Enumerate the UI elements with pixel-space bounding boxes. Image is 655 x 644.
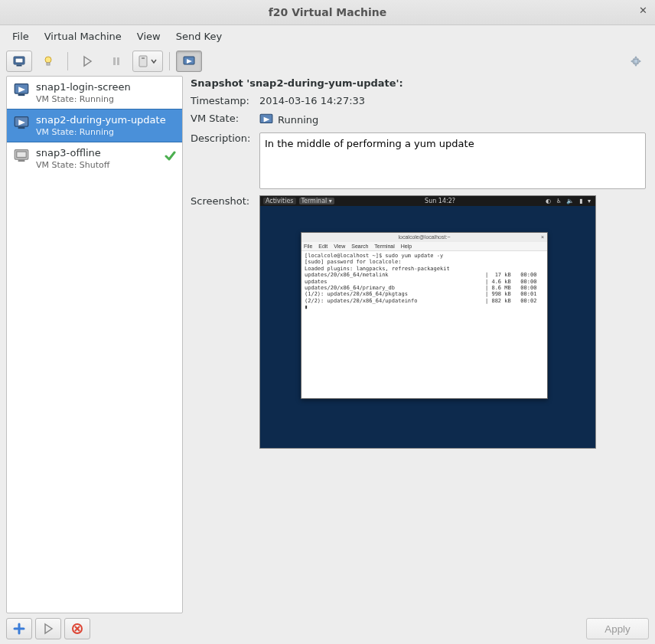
- svg-rect-12: [18, 94, 24, 95]
- snapshot-list[interactable]: snap1-login-screen VM State: Running sna…: [6, 76, 183, 613]
- play-icon: [81, 55, 93, 67]
- shutdown-dropdown[interactable]: [132, 51, 163, 72]
- guest-clock: Sun 14:2?: [334, 198, 546, 204]
- menubar: File Virtual Machine View Send Key: [0, 25, 655, 47]
- svg-rect-14: [18, 127, 24, 128]
- snapshot-row-snap3[interactable]: snap3-offline VM State: Shutoff: [7, 142, 182, 175]
- snapshot-state: VM State: Running: [36, 127, 176, 137]
- snapshot-name: snap3-offline: [36, 147, 176, 159]
- snapshot-name: snap1-login-screen: [36, 81, 176, 93]
- snapshot-name: snap2-during-yum-update: [36, 114, 176, 126]
- snapshot-state: VM State: Shutoff: [36, 160, 176, 170]
- pause-icon: [110, 55, 122, 67]
- shutdown-icon: [138, 55, 148, 67]
- screenshot-label: Screenshot:: [191, 195, 253, 207]
- vmstate-label: VM State:: [191, 113, 253, 124]
- snapshot-icon: [183, 55, 195, 67]
- fullscreen-icon: [630, 55, 642, 67]
- toolbar-separator: [67, 52, 68, 70]
- guest-terminal-window: localcole@localhost:~ × File Edit View S…: [301, 232, 548, 399]
- svg-rect-6: [117, 57, 119, 65]
- details-title: Snapshot 'snap2-during-yum-update':: [191, 77, 646, 89]
- delete-snapshot-button[interactable]: [64, 618, 90, 639]
- menu-view[interactable]: View: [131, 28, 167, 45]
- svg-rect-8: [142, 57, 145, 59]
- snapshots-button[interactable]: [176, 51, 202, 72]
- guest-tray-icons: ◐ ♿ 🔈 ▮ ▾: [546, 198, 592, 204]
- toolbar-separator: [169, 52, 170, 70]
- svg-point-3: [45, 57, 51, 63]
- lightbulb-button[interactable]: [35, 51, 61, 72]
- play-icon: [42, 623, 54, 635]
- console-button[interactable]: [6, 51, 32, 72]
- snapshot-screenshot: Activities Terminal ▾ Sun 14:2? ◐ ♿ 🔈 ▮ …: [259, 195, 596, 449]
- chevron-down-icon: [150, 57, 158, 65]
- menu-file[interactable]: File: [6, 28, 35, 45]
- description-input[interactable]: [259, 132, 646, 189]
- guest-terminal-title: localcole@localhost:~ ×: [301, 233, 547, 242]
- guest-app: Terminal ▾: [299, 198, 334, 204]
- snapshot-details: Snapshot 'snap2-during-yum-update': Time…: [189, 76, 649, 613]
- plus-icon: [13, 623, 25, 635]
- lightbulb-icon: [42, 55, 54, 67]
- snapshot-row-snap1[interactable]: snap1-login-screen VM State: Running: [7, 77, 182, 109]
- fullscreen-button[interactable]: [623, 51, 649, 72]
- svg-rect-17: [18, 160, 24, 161]
- close-icon[interactable]: ✕: [639, 5, 647, 16]
- guest-topbar: Activities Terminal ▾ Sun 14:2? ◐ ♿ 🔈 ▮ …: [260, 196, 595, 206]
- svg-rect-10: [634, 59, 638, 64]
- monitor-icon: [13, 55, 25, 67]
- timestamp-label: Timestamp:: [191, 95, 253, 106]
- run-button[interactable]: [74, 51, 100, 72]
- main-area: snap1-login-screen VM State: Running sna…: [0, 76, 655, 613]
- svg-rect-4: [47, 63, 50, 65]
- guest-activities: Activities: [263, 198, 296, 204]
- run-snapshot-button[interactable]: [35, 618, 61, 639]
- guest-terminal-menu: File Edit View Search Terminal Help: [301, 242, 547, 251]
- svg-rect-1: [15, 58, 23, 63]
- toolbar: [0, 47, 655, 76]
- menu-send-key[interactable]: Send Key: [170, 28, 228, 45]
- vmstate-value: Running: [278, 114, 318, 126]
- bottom-toolbar: Apply: [0, 613, 655, 644]
- current-snapshot-check-icon: [164, 150, 176, 165]
- monitor-icon: [13, 81, 30, 98]
- delete-icon: [71, 623, 83, 635]
- window-title: f20 Virtual Machine: [0, 6, 655, 18]
- monitor-icon: [13, 147, 30, 164]
- description-label: Description:: [191, 132, 253, 144]
- snapshot-row-snap2[interactable]: snap2-during-yum-update VM State: Runnin…: [7, 109, 182, 142]
- monitor-icon: [259, 113, 273, 126]
- menu-virtual-machine[interactable]: Virtual Machine: [38, 28, 128, 45]
- guest-terminal-body: [localcole@localhost ~]$ sudo yum update…: [301, 251, 547, 312]
- snapshot-state: VM State: Running: [36, 94, 176, 104]
- apply-button[interactable]: Apply: [586, 618, 649, 639]
- window-titlebar: f20 Virtual Machine ✕: [0, 0, 655, 25]
- timestamp-value: 2014-03-16 14:27:33: [259, 95, 365, 106]
- close-icon: ×: [541, 233, 544, 242]
- svg-rect-2: [17, 65, 21, 66]
- add-snapshot-button[interactable]: [6, 618, 32, 639]
- monitor-icon: [13, 114, 30, 131]
- svg-rect-5: [113, 57, 116, 65]
- svg-rect-16: [17, 152, 27, 158]
- pause-button[interactable]: [103, 51, 129, 72]
